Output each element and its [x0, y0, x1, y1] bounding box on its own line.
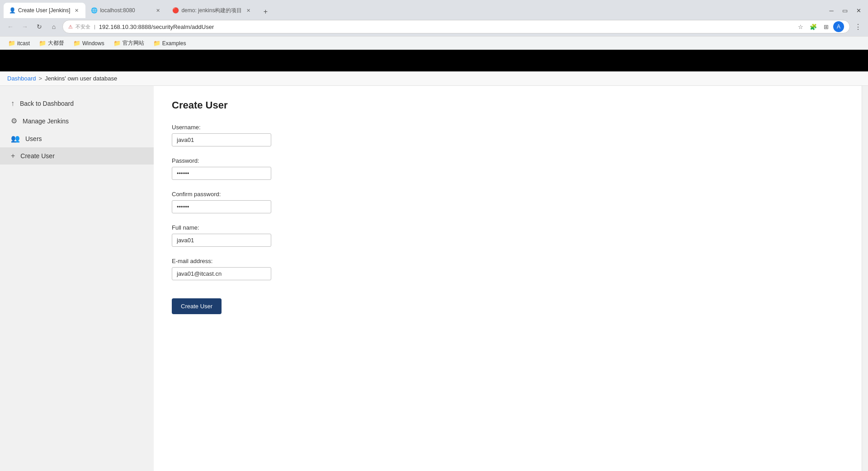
confirm-password-group: Confirm password: — [172, 191, 844, 213]
bookmark-windows[interactable]: 📁 Windows — [70, 38, 108, 48]
bookmark-examples[interactable]: 📁 Examples — [150, 38, 190, 48]
folder-icon-official: 📁 — [113, 40, 121, 47]
folder-icon-windows: 📁 — [73, 40, 80, 47]
bookmark-official[interactable]: 📁 官方网站 — [110, 38, 148, 48]
tab-title-2: localhost:8080 — [100, 7, 151, 14]
bookmark-label-windows: Windows — [82, 40, 104, 47]
sidebar-item-label-create-user: Create User — [20, 152, 54, 160]
address-text: 192.168.10.30:8888/securityRealm/addUser — [99, 24, 793, 30]
address-bar: ← → ↻ ⌂ ⚠ 不安全 | 192.168.10.30:8888/secur… — [0, 18, 868, 36]
tab-favicon-3: 🔴 — [172, 7, 179, 14]
browser-titlebar: 👤 Create User [Jenkins] ✕ 🌐 localhost:80… — [0, 0, 868, 18]
confirm-password-input[interactable] — [172, 200, 271, 213]
menu-button[interactable]: ⋮ — [853, 21, 863, 32]
folder-icon-examples: 📁 — [153, 40, 160, 47]
bookmark-label-dadudu: 大都督 — [48, 39, 64, 47]
bookmark-label-examples: Examples — [162, 40, 186, 47]
sidebar-item-label-back: Back to Dashboard — [20, 100, 74, 107]
sidebar-item-users[interactable]: 👥 Users — [0, 130, 154, 147]
bookmark-star-icon[interactable]: ☆ — [795, 21, 806, 32]
password-label: Password: — [172, 157, 844, 164]
close-button[interactable]: ✕ — [853, 5, 864, 16]
fullname-label: Full name: — [172, 224, 844, 231]
fullname-input[interactable] — [172, 234, 271, 247]
tab-demo[interactable]: 🔴 demo: jenkins构建的项目 ✕ — [167, 3, 257, 18]
username-group: Username: — [172, 124, 844, 146]
address-input-box[interactable]: ⚠ 不安全 | 192.168.10.30:8888/securityRealm… — [62, 20, 850, 33]
page-title: Create User — [172, 99, 844, 111]
tab-close-1[interactable]: ✕ — [73, 7, 80, 14]
sidebar-item-create-user[interactable]: + Create User — [0, 147, 154, 165]
sidebar: ↑ Back to Dashboard ⚙ Manage Jenkins 👥 U… — [0, 86, 154, 471]
profile-icon[interactable]: A — [833, 21, 844, 32]
tab-title-1: Create User [Jenkins] — [18, 7, 70, 14]
email-group: E-mail address: — [172, 258, 844, 280]
tab-favicon-2: 🌐 — [91, 7, 97, 14]
plus-icon: + — [11, 152, 15, 160]
create-user-button[interactable]: Create User — [172, 298, 222, 314]
browser-tabs: 👤 Create User [Jenkins] ✕ 🌐 localhost:80… — [4, 3, 822, 18]
main-content: Create User Username: Password: Confirm … — [154, 86, 862, 471]
scrollbar[interactable] — [862, 86, 868, 471]
breadcrumb-home-link[interactable]: Dashboard — [7, 75, 36, 82]
minimize-button[interactable]: ─ — [826, 5, 837, 16]
back-nav-button[interactable]: ← — [5, 21, 16, 33]
security-warning-icon: ⚠ — [68, 24, 73, 30]
browser-chrome: 👤 Create User [Jenkins] ✕ 🌐 localhost:80… — [0, 0, 868, 50]
tab-localhost[interactable]: 🌐 localhost:8080 ✕ — [85, 3, 167, 18]
home-button[interactable]: ⌂ — [48, 21, 60, 33]
new-tab-button[interactable]: + — [259, 5, 272, 18]
tab-close-3[interactable]: ✕ — [245, 7, 252, 14]
forward-nav-button[interactable]: → — [19, 21, 31, 33]
users-icon: 👥 — [11, 134, 20, 143]
restore-button[interactable]: ▭ — [839, 5, 851, 16]
jenkins-header — [0, 50, 868, 71]
tab-close-2[interactable]: ✕ — [154, 7, 161, 14]
folder-icon-itcast: 📁 — [8, 40, 15, 47]
window-controls: ─ ▭ ✕ — [826, 5, 864, 16]
tab-title-3: demo: jenkins构建的项目 — [181, 7, 242, 14]
email-input[interactable] — [172, 267, 271, 280]
separator-bar: | — [94, 24, 95, 29]
sidebar-item-back[interactable]: ↑ Back to Dashboard — [0, 95, 154, 112]
sidebar-item-label-manage: Manage Jenkins — [23, 118, 69, 125]
extensions-icon[interactable]: 🧩 — [808, 21, 819, 32]
tab-favicon-1: 👤 — [9, 7, 15, 14]
username-input[interactable] — [172, 133, 271, 146]
breadcrumb-current: Jenkins' own user database — [45, 75, 117, 82]
breadcrumb-separator: > — [39, 75, 42, 82]
tab-create-user[interactable]: 👤 Create User [Jenkins] ✕ — [4, 3, 85, 18]
password-group: Password: — [172, 157, 844, 180]
sidebar-item-label-users: Users — [25, 135, 42, 142]
bookmark-itcast[interactable]: 📁 itcast — [5, 38, 33, 48]
reload-button[interactable]: ↻ — [33, 21, 45, 33]
page-body: ↑ Back to Dashboard ⚙ Manage Jenkins 👥 U… — [0, 86, 868, 471]
breadcrumb: Dashboard > Jenkins' own user database — [0, 71, 868, 86]
insecure-label: 不安全 — [75, 24, 90, 30]
folder-icon-dadudu: 📁 — [39, 40, 46, 47]
bookmark-label-itcast: itcast — [17, 40, 30, 47]
username-label: Username: — [172, 124, 844, 131]
bookmarks-bar: 📁 itcast 📁 大都督 📁 Windows 📁 官方网站 📁 Exampl… — [0, 36, 868, 50]
bookmark-label-official: 官方网站 — [123, 39, 144, 47]
email-label: E-mail address: — [172, 258, 844, 264]
address-actions: ☆ 🧩 ⊞ A — [795, 21, 844, 32]
arrow-up-icon: ↑ — [11, 99, 14, 108]
bookmark-dadudu[interactable]: 📁 大都督 — [35, 38, 68, 48]
sidebar-item-manage[interactable]: ⚙ Manage Jenkins — [0, 112, 154, 130]
confirm-password-label: Confirm password: — [172, 191, 844, 198]
fullname-group: Full name: — [172, 224, 844, 247]
password-input[interactable] — [172, 167, 271, 180]
gear-icon: ⚙ — [11, 117, 17, 125]
split-screen-icon[interactable]: ⊞ — [821, 21, 831, 32]
